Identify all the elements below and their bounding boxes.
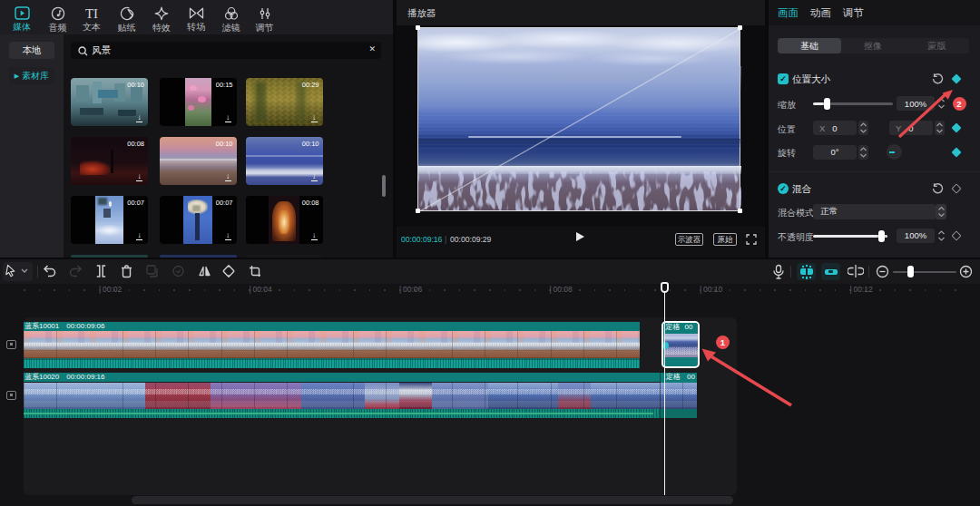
svg-text:TI: TI — [85, 6, 98, 20]
